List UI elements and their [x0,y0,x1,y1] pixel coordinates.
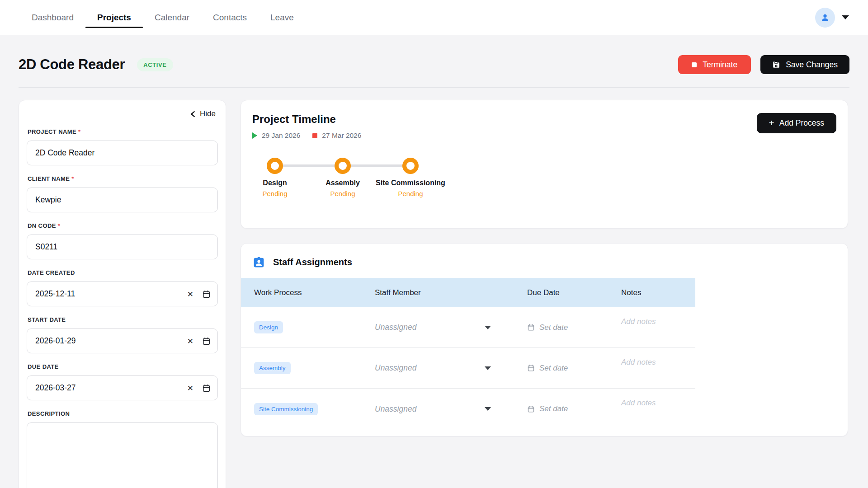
project-form-panel: Hide PROJECT NAME* CLIENT NAME* DN CODE* [19,100,226,488]
step-circle[interactable] [402,158,419,174]
col-due-date: Due Date [516,288,602,297]
status-badge: ACTIVE [137,58,173,71]
timeline-start-date: 29 Jan 2026 [252,131,300,140]
save-label: Save Changes [786,60,838,70]
table-row-design: Design Unassigned Set date [241,307,695,348]
project-timeline-card: Project Timeline 29 Jan 2026 27 Mar 2026 [241,100,848,229]
project-name-label: PROJECT NAME* [28,128,218,135]
dn-code-input[interactable] [27,235,218,259]
start-date-label: START DATE [28,316,218,323]
calendar-icon [527,364,535,372]
notes-input[interactable]: Add notes [602,389,695,408]
due-date-label: DUE DATE [28,363,218,370]
step-name: Site Commissioning [376,179,445,187]
header-divider [19,87,849,88]
add-process-button[interactable]: + Add Process [757,113,836,133]
set-date-label: Set date [539,364,568,373]
calendar-icon[interactable] [202,384,211,392]
staff-table-header: Work Process Staff Member Due Date Notes [241,278,695,307]
dropdown-caret-icon [485,407,491,411]
calendar-icon[interactable] [202,290,211,298]
user-avatar[interactable] [815,8,835,28]
staff-assignments-card: Staff Assignments Work Process Staff Mem… [241,243,848,436]
save-changes-button[interactable]: Save Changes [760,55,849,74]
set-date-label: Set date [539,404,568,413]
hide-panel-button[interactable]: Hide [27,109,218,118]
timeline-title: Project Timeline [252,113,361,126]
stop-icon [692,62,697,67]
clear-date-icon[interactable]: ✕ [187,290,193,298]
dropdown-caret-icon [485,326,491,329]
col-notes: Notes [602,288,695,297]
end-square-icon [312,133,317,138]
due-date-button[interactable]: Set date [516,323,602,332]
nav-tab-dashboard[interactable]: Dashboard [20,0,85,35]
required-marker: * [78,128,80,135]
calendar-icon [527,324,535,331]
terminate-label: Terminate [703,60,737,70]
client-name-label: CLIENT NAME* [28,175,218,182]
page-header: 2D Code Reader ACTIVE Terminate Save Cha… [19,35,849,74]
nav-tab-calendar[interactable]: Calendar [143,0,201,35]
timeline-end-date: 27 Mar 2026 [312,131,361,140]
staff-member-select[interactable]: Unassigned [363,323,516,332]
required-marker: * [58,222,60,229]
chevron-down-icon[interactable] [842,15,849,19]
plus-icon: + [769,118,774,127]
step-circle[interactable] [267,158,283,174]
staff-table: Work Process Staff Member Due Date Notes… [241,278,695,429]
step-status: Pending [262,190,287,197]
nav-tab-leave[interactable]: Leave [259,0,306,35]
notes-input[interactable]: Add notes [602,307,695,326]
id-badge-icon [252,256,265,269]
save-icon [772,61,780,69]
staff-member-value: Unassigned [375,323,416,332]
staff-member-value: Unassigned [375,404,416,414]
step-status: Pending [398,190,423,197]
nav-tab-projects[interactable]: Projects [85,0,143,35]
staff-member-select[interactable]: Unassigned [363,404,516,414]
date-created-label: DATE CREATED [28,269,218,276]
dropdown-caret-icon [485,366,491,370]
hide-label: Hide [200,109,216,118]
process-chip[interactable]: Design [254,321,283,333]
nav-tabs: Dashboard Projects Calendar Contacts Lea… [20,0,306,35]
process-chip[interactable]: Site Commissioning [254,403,318,415]
col-work-process: Work Process [241,288,363,297]
timeline-step-site-commissioning: Site Commissioning Pending [361,158,460,197]
timeline-stepper: Design Pending Assembly Pending Site Com… [252,158,836,214]
description-textarea[interactable] [27,422,218,488]
staff-assignments-title: Staff Assignments [273,257,352,267]
play-icon [252,132,257,139]
table-row-site-commissioning: Site Commissioning Unassigned Set d [241,389,695,429]
due-date-button[interactable]: Set date [516,404,602,413]
client-name-input[interactable] [27,188,218,212]
step-name: Design [263,179,287,187]
col-staff-member: Staff Member [363,288,516,297]
clear-date-icon[interactable]: ✕ [187,337,193,345]
step-circle[interactable] [335,158,351,174]
terminate-button[interactable]: Terminate [678,55,751,74]
top-nav: Dashboard Projects Calendar Contacts Lea… [0,0,868,35]
chevron-left-icon [190,111,196,117]
table-row-assembly: Assembly Unassigned Set date [241,348,695,389]
nav-tab-contacts[interactable]: Contacts [201,0,259,35]
clear-date-icon[interactable]: ✕ [187,384,193,392]
calendar-icon [527,405,535,413]
step-status: Pending [330,190,355,197]
set-date-label: Set date [539,323,568,332]
staff-member-value: Unassigned [375,363,416,373]
due-date-button[interactable]: Set date [516,364,602,373]
staff-member-select[interactable]: Unassigned [363,363,516,373]
page-title: 2D Code Reader [19,56,125,73]
person-icon [820,13,830,23]
process-chip[interactable]: Assembly [254,362,291,374]
calendar-icon[interactable] [202,337,211,345]
dn-code-label: DN CODE* [28,222,218,229]
description-label: DESCRIPTION [28,410,218,417]
required-marker: * [71,175,74,182]
notes-input[interactable]: Add notes [602,348,695,367]
step-name: Assembly [326,179,360,187]
project-name-input[interactable] [27,141,218,165]
